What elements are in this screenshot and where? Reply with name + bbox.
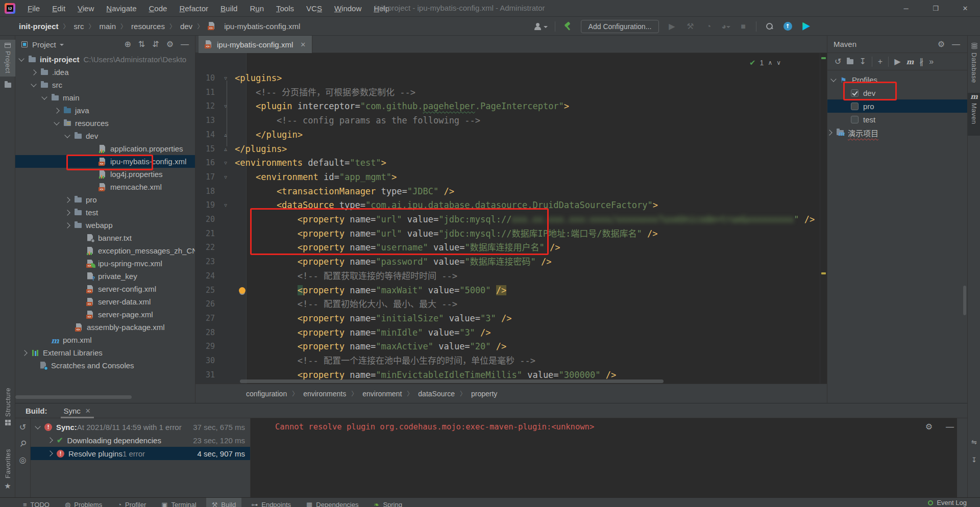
status-tab-dependencies[interactable]: ▦Dependencies	[301, 498, 364, 507]
code-line[interactable]: <!-- 配置获取连接的等待超时时间 -->	[235, 269, 457, 284]
tree-item[interactable]: main	[15, 91, 195, 104]
build-tree-row[interactable]: ✔Downloading dependencies23 sec, 120 ms	[31, 434, 250, 447]
tool-tab-structure[interactable]: Structure	[0, 388, 15, 434]
stop-button[interactable]: ■	[738, 21, 749, 32]
scroll-to-end-button[interactable]: ↧	[971, 457, 977, 463]
plugin-button[interactable]	[800, 21, 812, 32]
code-line[interactable]: <transactionManager type="JDBC" />	[235, 185, 454, 199]
status-tab-profiler[interactable]: ◔Profiler	[112, 498, 152, 507]
code-line[interactable]: <environments default="test">	[235, 156, 386, 170]
fold-marker[interactable]: ▿	[222, 71, 229, 86]
prev-problem-button[interactable]: ∧	[768, 60, 772, 66]
close-button[interactable]: ✕	[950, 0, 980, 17]
menu-refactor[interactable]: Refactor	[174, 3, 213, 14]
error-stripe[interactable]	[820, 53, 827, 384]
chevron-right-icon[interactable]	[64, 197, 70, 202]
code-line[interactable]: <!-- config params as the following -->	[235, 114, 480, 128]
debug-button[interactable]: ⚒	[684, 21, 696, 32]
menu-code[interactable]: Code	[144, 3, 173, 14]
maximize-button[interactable]: ❒	[921, 0, 950, 17]
menu-edit[interactable]: Edit	[47, 3, 70, 14]
profile-checkbox[interactable]	[851, 89, 859, 97]
tree-item[interactable]: <>server-data.xml	[15, 295, 195, 308]
minimize-button[interactable]: ─	[891, 0, 921, 17]
menu-vcs[interactable]: VCS	[301, 3, 327, 14]
code-line[interactable]: <property name="maxActive" value="20" />	[235, 340, 506, 354]
chevron-down-icon[interactable]	[64, 132, 70, 138]
reimport-maven-button[interactable]: ↺	[835, 58, 841, 66]
settings-gear-button[interactable]: ⚙	[938, 40, 945, 48]
tool-tab-maven[interactable]: m Maven	[968, 93, 980, 136]
code-line[interactable]: </plugins>	[235, 142, 287, 157]
status-tab-build[interactable]: ⚒Build	[206, 498, 242, 507]
xml-breadcrumb-item[interactable]: property	[471, 390, 497, 398]
tree-item[interactable]: Scratches and Consoles	[15, 359, 195, 372]
chevron-right-icon[interactable]	[31, 69, 36, 75]
xml-breadcrumb-item[interactable]: environment	[362, 390, 402, 398]
editor-tab[interactable]: <> ipu-mybatis-config.xml ✕	[199, 36, 312, 53]
execute-maven-goal-button[interactable]: m	[906, 58, 914, 65]
maven-tree-item[interactable]: ⚑Profiles	[827, 73, 967, 86]
tool-tab-database[interactable]: Database	[968, 43, 980, 99]
status-tab-problems[interactable]: ◍Problems	[59, 498, 108, 507]
next-problem-button[interactable]: ∨	[776, 60, 781, 66]
chevron-down-icon[interactable]	[41, 94, 47, 99]
tree-item[interactable]: banner.txt	[15, 232, 195, 244]
code-line[interactable]: <plugins>	[235, 71, 282, 86]
chevron-right-icon[interactable]	[47, 450, 53, 456]
tree-item[interactable]: resources	[15, 117, 195, 130]
tree-item[interactable]: <>ipu-mybatis-config.xml	[15, 155, 195, 168]
xml-breadcrumb-item[interactable]: dataSource	[418, 390, 455, 398]
profile-checkbox[interactable]	[851, 116, 859, 123]
status-tab-todo[interactable]: ≡TODO	[17, 498, 55, 507]
chevron-right-icon[interactable]	[64, 210, 70, 215]
download-sources-button[interactable]: ↧	[859, 58, 866, 66]
maven-tree-item[interactable]: m演示项目	[827, 126, 967, 139]
collapse-all-button[interactable]: ⇵	[152, 40, 159, 48]
chevron-right-icon[interactable]	[826, 130, 832, 135]
tool-tab-project[interactable]: Project	[0, 40, 15, 77]
tree-item[interactable]: <>server-page.xml	[15, 308, 195, 321]
menu-navigate[interactable]: Navigate	[101, 3, 141, 14]
user-menu-button[interactable]	[534, 21, 548, 32]
chevron-down-icon[interactable]	[54, 119, 59, 125]
menu-tools[interactable]: Tools	[271, 3, 299, 14]
maven-tree-item[interactable]: pro	[827, 99, 967, 113]
tree-item[interactable]: java	[15, 104, 195, 117]
code-line[interactable]: <property name="username" value="数据库连接用户…	[235, 241, 560, 255]
pin-icon[interactable]: ⚲	[18, 439, 28, 449]
maven-tree-item[interactable]: dev	[827, 86, 967, 99]
inspections-widget[interactable]: ✔ 1 ∧ ∨	[749, 58, 781, 67]
breadcrumb-item[interactable]: init-project	[19, 22, 59, 31]
build-tree-row[interactable]: !Sync: At 2021/8/11 14:59 with 1 error37…	[31, 420, 250, 434]
breadcrumb-item[interactable]: dev	[180, 22, 192, 31]
tree-item[interactable]: .idea	[15, 66, 195, 79]
soft-wrap-button[interactable]: ⇋	[971, 439, 977, 445]
locate-file-button[interactable]: ⊕	[124, 40, 131, 48]
hide-panel-button[interactable]: —	[181, 40, 189, 48]
fold-marker[interactable]: ▿	[222, 156, 229, 170]
chevron-right-icon[interactable]	[47, 437, 53, 443]
project-panel-title[interactable]: Project	[32, 40, 56, 49]
tree-item[interactable]: <>assembly-package.xml	[15, 321, 195, 334]
chevron-down-icon[interactable]	[830, 76, 836, 82]
chevron-down-icon[interactable]	[18, 56, 24, 61]
hide-panel-button[interactable]: —	[946, 423, 954, 431]
code-line[interactable]: <!-- 配置初始化大小、最小、最大 -->	[235, 297, 457, 312]
tree-item[interactable]: <>server-config.xml	[15, 283, 195, 295]
tree-item[interactable]: <>memcache.xml	[15, 181, 195, 193]
xml-breadcrumb-item[interactable]: configuration	[246, 390, 287, 398]
tree-item[interactable]: dev	[15, 130, 195, 142]
chevron-down-icon[interactable]	[31, 81, 36, 87]
tree-item[interactable]: application.properties	[15, 142, 195, 155]
fold-marker[interactable]: ▿	[222, 198, 229, 213]
build-tab-sync[interactable]: Sync ✕	[64, 403, 91, 418]
code-line[interactable]: <property name="minIdle" value="3" />	[235, 326, 491, 340]
breadcrumb-item[interactable]: src	[74, 22, 84, 31]
horizontal-scrollbar[interactable]	[240, 379, 664, 383]
chevron-down-icon[interactable]	[35, 423, 40, 429]
chevron-right-icon[interactable]	[64, 222, 70, 228]
status-tab-endpoints[interactable]: ⊶Endpoints	[246, 498, 297, 507]
expand-all-button[interactable]: ⇅	[138, 40, 145, 48]
xml-breadcrumb-item[interactable]: environments	[303, 390, 346, 398]
